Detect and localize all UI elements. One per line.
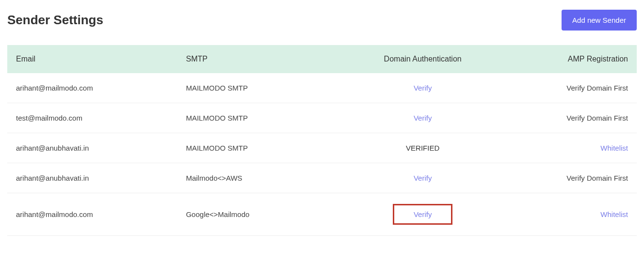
- whitelist-link[interactable]: Whitelist: [600, 210, 628, 218]
- highlight-box: Verify: [393, 204, 453, 225]
- verify-domain-link[interactable]: Verify: [414, 174, 432, 182]
- cell-smtp: MAILMODO SMTP: [177, 133, 340, 163]
- cell-domain-auth: VERIFIED: [341, 133, 504, 163]
- column-header-amp: AMP Registration: [504, 45, 637, 73]
- column-header-smtp: SMTP: [177, 45, 340, 73]
- table-row: arihant@mailmodo.comGoogle<>MailmodoVeri…: [7, 193, 637, 236]
- sender-settings-table: Email SMTP Domain Authentication AMP Reg…: [7, 45, 637, 236]
- cell-smtp: Mailmodo<>AWS: [177, 163, 340, 193]
- cell-email: arihant@mailmodo.com: [7, 193, 177, 236]
- page-title: Sender Settings: [7, 13, 103, 28]
- cell-email: arihant@anubhavati.in: [7, 163, 177, 193]
- cell-domain-auth: Verify: [341, 103, 504, 133]
- verify-domain-link[interactable]: Verify: [414, 114, 432, 122]
- table-row: test@mailmodo.comMAILMODO SMTPVerifyVeri…: [7, 103, 637, 133]
- cell-amp-registration: Verify Domain First: [504, 163, 637, 193]
- amp-status-text: Verify Domain First: [566, 84, 628, 92]
- verify-domain-link[interactable]: Verify: [414, 84, 432, 92]
- cell-amp-registration: Whitelist: [504, 193, 637, 236]
- cell-amp-registration: Verify Domain First: [504, 103, 637, 133]
- cell-smtp: MAILMODO SMTP: [177, 73, 340, 103]
- cell-smtp: Google<>Mailmodo: [177, 193, 340, 236]
- domain-verified-text: VERIFIED: [406, 144, 439, 152]
- cell-amp-registration: Verify Domain First: [504, 73, 637, 103]
- cell-email: test@mailmodo.com: [7, 103, 177, 133]
- amp-status-text: Verify Domain First: [566, 174, 628, 182]
- cell-amp-registration: Whitelist: [504, 133, 637, 163]
- cell-domain-auth: Verify: [341, 163, 504, 193]
- verify-domain-link[interactable]: Verify: [414, 210, 432, 218]
- column-header-domain: Domain Authentication: [341, 45, 504, 73]
- cell-email: arihant@mailmodo.com: [7, 73, 177, 103]
- amp-status-text: Verify Domain First: [566, 114, 628, 122]
- add-new-sender-button[interactable]: Add new Sender: [562, 10, 637, 31]
- table-row: arihant@mailmodo.comMAILMODO SMTPVerifyV…: [7, 73, 637, 103]
- whitelist-link[interactable]: Whitelist: [600, 144, 628, 152]
- table-row: arihant@anubhavati.inMailmodo<>AWSVerify…: [7, 163, 637, 193]
- cell-domain-auth: Verify: [341, 193, 504, 236]
- cell-domain-auth: Verify: [341, 73, 504, 103]
- table-row: arihant@anubhavati.inMAILMODO SMTPVERIFI…: [7, 133, 637, 163]
- cell-smtp: MAILMODO SMTP: [177, 103, 340, 133]
- column-header-email: Email: [7, 45, 177, 73]
- cell-email: arihant@anubhavati.in: [7, 133, 177, 163]
